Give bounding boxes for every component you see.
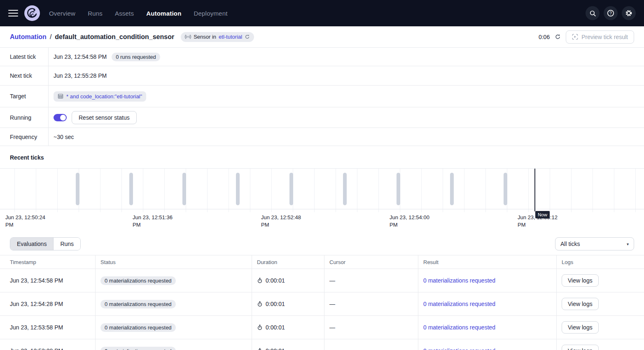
cell-cursor: —: [324, 339, 418, 350]
breadcrumb-automation-link[interactable]: Automation: [10, 33, 47, 41]
axis-label: Jun 23, 12:51:36 PM: [133, 214, 174, 228]
help-button[interactable]: ?: [604, 6, 618, 20]
tick-bar[interactable]: [397, 173, 400, 205]
cell-duration: 0:00:01: [252, 269, 324, 292]
tick-filter-value: All ticks: [560, 241, 580, 247]
refresh-icon[interactable]: [245, 34, 250, 39]
status-badge: 0 materializations requested: [100, 300, 176, 308]
timeline-gridline: [378, 169, 379, 212]
timeline-gridline: [14, 169, 15, 212]
search-button[interactable]: [586, 6, 600, 20]
col-header-cursor: Cursor: [324, 255, 418, 269]
table-header-row: Timestamp Status Duration Cursor Result …: [0, 255, 644, 269]
tab-runs[interactable]: Runs: [54, 238, 80, 250]
cell-timestamp: Jun 23, 12:54:28 PM: [0, 292, 96, 315]
tick-bar[interactable]: [182, 173, 186, 205]
nav-item-runs[interactable]: Runs: [88, 10, 103, 17]
cell-cursor: —: [324, 269, 418, 292]
dagster-logo-icon[interactable]: [24, 5, 40, 21]
timeline-gridline: [271, 169, 272, 212]
reset-sensor-status-button[interactable]: Reset sensor status: [72, 111, 137, 124]
col-header-status: Status: [96, 255, 252, 269]
timeline-gridline: [593, 169, 593, 212]
result-link[interactable]: 0 materializations requested: [423, 277, 495, 284]
tick-bar[interactable]: [450, 173, 454, 205]
code-location-link[interactable]: etl-tutorial: [219, 34, 242, 40]
nav-item-automation[interactable]: Automation: [146, 10, 181, 17]
page-title: default_automation_condition_sensor: [55, 33, 174, 41]
asset-table-icon: [58, 93, 63, 99]
view-logs-button[interactable]: View logs: [562, 321, 599, 334]
cell-timestamp: Jun 23, 12:53:58 PM: [0, 316, 96, 339]
target-row: Target * and code_location:"etl-tutorial…: [0, 86, 644, 107]
timeline-gridline: [36, 169, 36, 212]
sensor-icon: [185, 35, 191, 39]
tab-evaluations[interactable]: Evaluations: [10, 238, 54, 250]
next-tick-label: Next tick: [0, 66, 49, 85]
recent-ticks-timeline: Now Jun 23, 12:50:24 PMJun 23, 12:51:36 …: [0, 168, 644, 227]
running-toggle[interactable]: [54, 114, 67, 121]
tick-bar[interactable]: [76, 173, 79, 205]
tick-bar[interactable]: [343, 173, 347, 205]
evaluations-toolbar: Evaluations Runs All ticks ▾: [10, 237, 634, 250]
sensor-details: Latest tick Jun 23, 12:54:58 PM 0 runs r…: [0, 48, 644, 146]
nav-item-overview[interactable]: Overview: [49, 10, 75, 17]
table-row: Jun 23, 12:53:58 PM 0 materializations r…: [0, 316, 644, 339]
tick-bar[interactable]: [289, 173, 293, 205]
timeline-gridline: [571, 169, 572, 212]
cell-timestamp: Jun 23, 12:53:28 PM: [0, 339, 96, 350]
tick-bar[interactable]: [129, 173, 133, 205]
preview-tick-result-button[interactable]: Preview tick result: [566, 30, 634, 44]
nav-item-deployment[interactable]: Deployment: [194, 10, 228, 17]
table-row: Jun 23, 12:54:58 PM 0 materializations r…: [0, 269, 644, 292]
timeline-gridline: [336, 169, 336, 212]
refresh-button[interactable]: [555, 34, 561, 40]
result-link[interactable]: 0 materializations requested: [423, 324, 495, 331]
col-header-duration: Duration: [252, 255, 324, 269]
target-selection-badge[interactable]: * and code_location:"etl-tutorial": [54, 91, 146, 102]
view-logs-button[interactable]: View logs: [562, 274, 599, 287]
col-header-timestamp: Timestamp: [0, 255, 96, 269]
tick-bar[interactable]: [504, 173, 507, 205]
timeline-gridline: [164, 169, 165, 212]
stopwatch-icon: [257, 325, 263, 330]
nav-item-assets[interactable]: Assets: [115, 10, 134, 17]
timeline-gridline: [550, 169, 550, 212]
timeline-gridline: [357, 169, 357, 212]
table-row: Jun 23, 12:53:28 PM 0 materializations r…: [0, 339, 644, 350]
frequency-value: ~30 sec: [54, 134, 74, 140]
timeline-gridline: [421, 169, 422, 212]
breadcrumb-bar: Automation / default_automation_conditio…: [0, 26, 644, 48]
view-logs-button[interactable]: View logs: [562, 298, 599, 310]
result-link[interactable]: 0 materializations requested: [423, 348, 495, 350]
next-tick-row: Next tick Jun 23, 12:55:28 PM: [0, 66, 644, 86]
settings-button[interactable]: [622, 6, 636, 20]
timeline-gridline: [229, 169, 229, 212]
view-logs-button[interactable]: View logs: [562, 345, 599, 350]
timeline-gridline: [314, 169, 315, 212]
timeline-gridline: [443, 169, 443, 212]
timeline-gridline: [614, 169, 614, 212]
target-selection-text: * and code_location:"etl-tutorial": [66, 93, 142, 100]
result-link[interactable]: 0 materializations requested: [423, 301, 495, 307]
menu-icon[interactable]: [8, 10, 19, 17]
timeline-gridline: [57, 169, 58, 212]
timeline-gridline: [635, 169, 636, 212]
cell-timestamp: Jun 23, 12:54:58 PM: [0, 269, 96, 292]
latest-tick-label: Latest tick: [0, 48, 49, 66]
cell-cursor: —: [324, 316, 418, 339]
search-icon: [589, 10, 596, 17]
timeline-gridline: [485, 169, 486, 212]
status-badge: 0 materializations requested: [100, 323, 176, 332]
top-navbar: Overview Runs Assets Automation Deployme…: [0, 0, 644, 26]
running-label: Running: [0, 107, 49, 127]
table-row: Jun 23, 12:54:28 PM 0 materializations r…: [0, 292, 644, 316]
tick-filter-select[interactable]: All ticks ▾: [555, 237, 634, 250]
caret-down-icon: ▾: [627, 242, 629, 246]
latest-tick-status-badge: 0 runs requested: [112, 53, 160, 61]
tick-bar[interactable]: [236, 173, 240, 205]
status-badge: 0 materializations requested: [100, 347, 176, 350]
timeline-gridline: [528, 169, 529, 212]
cell-duration: 0:00:01: [252, 339, 324, 350]
timeline-gridline: [464, 169, 464, 212]
